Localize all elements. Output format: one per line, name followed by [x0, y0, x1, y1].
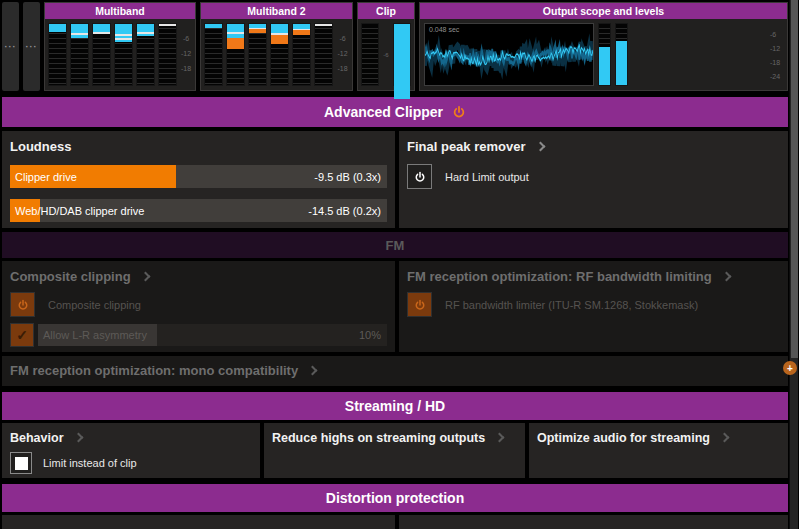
- slider-label: Web/HD/DAB clipper drive: [15, 205, 144, 217]
- limit-instead-checkbox[interactable]: [10, 452, 32, 474]
- asymmetry-row: ✓ Allow L-R asymmetry 10%: [10, 323, 387, 347]
- chevron-right-icon: [140, 271, 150, 281]
- slider-label: Clipper drive: [15, 171, 77, 183]
- chevron-right-icon: [535, 141, 545, 151]
- meter-bar: [158, 23, 177, 86]
- composite-clipping-title[interactable]: Composite clipping: [10, 269, 387, 284]
- multiband2-meter-scale: -6 -12 -18: [336, 23, 349, 86]
- behavior-panel: Behavior Limit instead of clip: [2, 423, 260, 478]
- checkbox-fill: [15, 457, 28, 470]
- scrollbar-thumb[interactable]: [791, 0, 798, 358]
- clip-meters: -6: [358, 19, 414, 90]
- meter-bar: [48, 23, 67, 86]
- scope-time-label: 0.048 sec: [429, 26, 459, 33]
- slider-value: -9.5 dB (0.3x): [314, 171, 381, 183]
- reduce-highs-panel: Reduce highs on streaming outputs: [264, 423, 525, 478]
- mono-compatibility-panel: FM reception optimization: mono compatib…: [2, 356, 788, 386]
- hard-limit-row: Hard Limit output: [407, 164, 780, 189]
- advanced-clipper-page: ··· ··· Multiband -6 -12 -18 Multiband 2: [0, 0, 799, 529]
- rf-limiter-label: RF bandwidth limiter (ITU-R SM.1268, Sto…: [445, 299, 698, 311]
- optimize-streaming-title[interactable]: Optimize audio for streaming: [537, 431, 780, 445]
- asymmetry-slider[interactable]: Allow L-R asymmetry 10%: [38, 324, 387, 346]
- multiband-meter-scale: -6 -12 -18: [180, 23, 192, 86]
- final-peak-remover-panel: Final peak remover Hard Limit output: [399, 131, 788, 228]
- meter-bar: [292, 23, 311, 86]
- rf-limiter-toggle[interactable]: [407, 292, 432, 317]
- collapsed-panel-1[interactable]: ···: [2, 2, 19, 91]
- multiband-meter-header[interactable]: Multiband: [45, 3, 195, 19]
- output-scope-body: 0.048 sec -6 -12 -18 -24: [420, 19, 787, 90]
- slider-label: Allow L-R asymmetry: [43, 329, 147, 341]
- clipper-row: Loudness Clipper drive -9.5 dB (0.3x) We…: [2, 131, 788, 228]
- meter-bar: [204, 23, 223, 86]
- meter-bar: [270, 23, 289, 86]
- clipper-drive-slider[interactable]: Clipper drive -9.5 dB (0.3x): [10, 165, 387, 188]
- mono-compatibility-title[interactable]: FM reception optimization: mono compatib…: [10, 363, 780, 378]
- slider-value: -14.5 dB (0.2x): [308, 205, 381, 217]
- power-icon: [414, 299, 426, 311]
- ellipsis-icon: ···: [5, 42, 17, 52]
- multiband-meters: -6 -12 -18: [45, 19, 195, 90]
- output-scope-panel: Output scope and levels 0.048 sec -6 -12…: [419, 2, 788, 91]
- scroll-expand-button[interactable]: +: [783, 361, 797, 375]
- vertical-scrollbar[interactable]: +: [789, 0, 798, 529]
- meter-bar: [248, 23, 267, 86]
- meter-bar: [226, 23, 245, 86]
- power-icon[interactable]: [452, 105, 466, 119]
- limit-instead-row: Limit instead of clip: [10, 452, 252, 474]
- meter-bar: [615, 23, 628, 86]
- hard-limit-label: Hard Limit output: [445, 171, 529, 183]
- meter-bar: [598, 23, 611, 86]
- output-level-meters: [598, 23, 766, 86]
- final-peak-remover-title[interactable]: Final peak remover: [407, 139, 780, 154]
- output-scope-header[interactable]: Output scope and levels: [420, 3, 787, 19]
- meter-bar: [314, 23, 333, 86]
- distortion-right-panel: [399, 515, 788, 529]
- multiband2-meter-header[interactable]: Multiband 2: [201, 3, 352, 19]
- collapsed-panel-2[interactable]: ···: [23, 2, 40, 91]
- rf-bandwidth-title[interactable]: FM reception optimization: RF bandwidth …: [407, 269, 780, 284]
- ellipsis-icon: ···: [26, 42, 38, 52]
- advanced-clipper-title: Advanced Clipper: [324, 104, 443, 120]
- rf-bandwidth-panel: FM reception optimization: RF bandwidth …: [399, 261, 788, 352]
- loudness-panel: Loudness Clipper drive -9.5 dB (0.3x) We…: [2, 131, 395, 228]
- meter-bar: [136, 23, 155, 86]
- composite-clipping-toggle[interactable]: [10, 292, 35, 317]
- asymmetry-checkbox[interactable]: ✓: [10, 323, 34, 347]
- composite-clipping-label: Composite clipping: [48, 299, 141, 311]
- multiband2-meter-panel: Multiband 2 -6 -12 -18: [200, 2, 353, 91]
- chevron-right-icon: [73, 433, 83, 443]
- output-level-scale: -6 -12 -18 -24: [770, 23, 783, 86]
- fm-row: Composite clipping Composite clipping ✓ …: [2, 261, 788, 352]
- streaming-hd-header[interactable]: Streaming / HD: [2, 392, 788, 420]
- distortion-protection-header[interactable]: Distortion protection: [2, 484, 788, 512]
- power-icon: [17, 299, 29, 311]
- optimize-streaming-panel: Optimize audio for streaming: [529, 423, 788, 478]
- meter-bar: [393, 23, 411, 86]
- hard-limit-toggle[interactable]: [407, 164, 432, 189]
- clip-meter-header[interactable]: Clip: [358, 3, 414, 19]
- clip-meter-scale: -6: [382, 23, 390, 86]
- scope-waveform: 0.048 sec: [424, 23, 594, 86]
- composite-clipping-panel: Composite clipping Composite clipping ✓ …: [2, 261, 395, 352]
- distortion-left-panel: [2, 515, 395, 529]
- page-content: ··· ··· Multiband -6 -12 -18 Multiband 2: [2, 2, 788, 529]
- clip-meter-panel: Clip -6: [357, 2, 415, 91]
- meter-bar: [114, 23, 133, 86]
- loudness-title: Loudness: [10, 139, 387, 154]
- meter-bar: [92, 23, 111, 86]
- streaming-row: Behavior Limit instead of clip Reduce hi…: [2, 423, 788, 478]
- power-icon: [414, 171, 426, 183]
- rf-toggle-row: RF bandwidth limiter (ITU-R SM.1268, Sto…: [407, 292, 780, 317]
- fm-section-header[interactable]: FM: [2, 232, 788, 258]
- meter-bar: [70, 23, 89, 86]
- behavior-title[interactable]: Behavior: [10, 431, 252, 445]
- chevron-right-icon: [308, 365, 318, 375]
- web-hd-dab-drive-slider[interactable]: Web/HD/DAB clipper drive -14.5 dB (0.2x): [10, 199, 387, 222]
- reduce-highs-title[interactable]: Reduce highs on streaming outputs: [272, 431, 517, 445]
- advanced-clipper-header[interactable]: Advanced Clipper: [2, 97, 788, 127]
- distortion-row: [2, 515, 788, 529]
- chevron-right-icon: [495, 433, 505, 443]
- chevron-right-icon: [719, 433, 729, 443]
- chevron-right-icon: [721, 271, 731, 281]
